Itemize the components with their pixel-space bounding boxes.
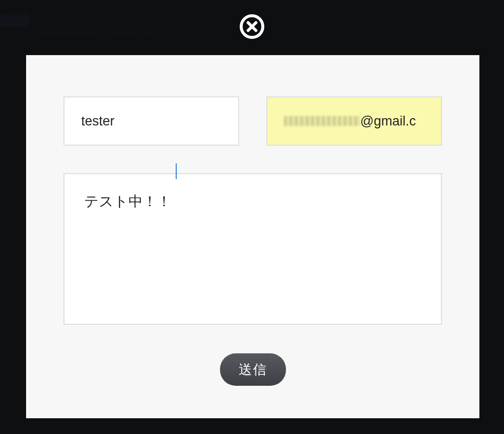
name-input[interactable] bbox=[63, 96, 239, 146]
close-icon bbox=[239, 14, 265, 39]
text-caret bbox=[176, 163, 177, 179]
message-wrap bbox=[63, 146, 442, 327]
submit-area: 送信 bbox=[63, 353, 442, 386]
submit-button[interactable]: 送信 bbox=[220, 353, 286, 386]
close-button[interactable] bbox=[239, 14, 265, 39]
email-input[interactable]: @gmail.c bbox=[266, 96, 442, 146]
contact-modal: @gmail.c 送信 bbox=[26, 55, 479, 418]
email-redacted-portion bbox=[284, 116, 360, 126]
message-textarea[interactable] bbox=[63, 173, 442, 325]
email-visible-text: @gmail.c bbox=[360, 115, 416, 128]
input-row: @gmail.c bbox=[63, 96, 442, 146]
